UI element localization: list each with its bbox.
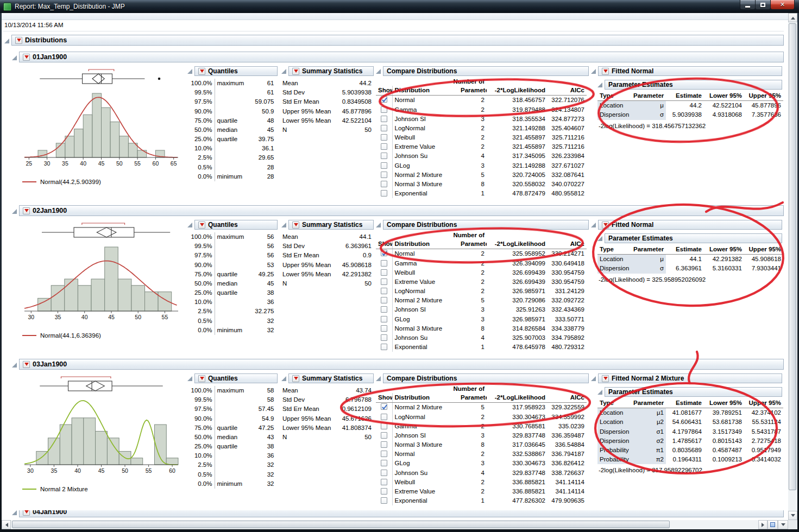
disclosure-triangle-icon[interactable] [597,83,602,87]
summary-header[interactable]: Summary Statistics [281,219,374,230]
show-checkbox[interactable] [381,306,387,313]
red-triangle-menu-icon[interactable] [23,207,30,214]
disclosure-triangle-icon[interactable] [281,223,286,227]
red-triangle-menu-icon[interactable] [292,221,299,229]
show-checkbox[interactable] [381,334,387,341]
show-checkbox[interactable] [381,269,387,276]
compare-header[interactable]: Compare Distributions [376,372,589,383]
show-checkbox[interactable] [381,441,387,448]
show-checkbox[interactable] [381,116,387,122]
show-checkbox[interactable] [381,106,387,113]
parameter-estimates-header[interactable]: Parameter Estimates [597,232,782,243]
show-checkbox[interactable] [381,423,387,429]
fitted-header[interactable]: Fitted Normal 2 Mixture [591,372,782,383]
quantiles-header[interactable]: Quantiles [187,372,278,383]
disclosure-triangle-icon[interactable] [12,363,17,368]
histogram-boxplot-chart[interactable]: 303540455055 [19,219,185,325]
scroll-up-button[interactable] [788,13,797,22]
close-button[interactable]: ✕ [770,0,795,10]
section-header[interactable]: 03Jan1900 [12,359,784,370]
disclosure-triangle-icon[interactable] [597,390,602,395]
section-header[interactable]: 02Jan1900 [12,205,784,216]
show-checkbox[interactable] [381,288,387,294]
parameter-estimates-header[interactable]: Parameter Estimates [597,79,782,90]
show-checkbox[interactable] [381,414,387,420]
scroll-left-button[interactable] [2,520,11,529]
quantiles-header[interactable]: Quantiles [187,219,278,230]
disclosure-triangle-icon[interactable] [281,69,286,74]
titlebar[interactable]: Report: Max_Temp_Distribution - JMP ✕ [0,0,799,13]
show-checkbox[interactable] [381,172,387,178]
show-checkbox[interactable] [381,325,387,332]
disclosure-triangle-icon[interactable] [12,55,17,60]
horizontal-scrollbar-track[interactable] [11,520,758,529]
summary-header[interactable]: Summary Statistics [281,372,374,383]
show-checkbox[interactable] [381,143,387,150]
compare-header[interactable]: Compare Distributions [376,219,589,230]
journal-grid-button[interactable] [767,520,778,529]
disclosure-triangle-icon[interactable] [376,69,381,74]
view-options-button[interactable] [778,520,788,529]
show-checkbox[interactable] [381,460,387,466]
disclosure-triangle-icon[interactable] [187,223,192,227]
show-checkbox[interactable] [381,451,387,457]
show-checkbox[interactable] [381,190,387,197]
red-triangle-menu-icon[interactable] [602,221,609,229]
vertical-scrollbar[interactable] [788,13,797,520]
fitted-header[interactable]: Fitted Normal [591,219,782,230]
red-triangle-menu-icon[interactable] [23,54,30,61]
show-checkbox[interactable] [381,344,387,350]
disclosure-triangle-icon[interactable] [591,376,596,381]
red-triangle-menu-icon[interactable] [602,375,609,382]
show-checkbox[interactable] [381,96,387,103]
show-checkbox[interactable] [381,278,387,285]
section-header[interactable]: 01Jan1900 [12,52,784,62]
scroll-down-button[interactable] [788,511,797,520]
disclosure-triangle-icon[interactable] [12,209,17,214]
red-triangle-menu-icon[interactable] [292,375,299,382]
show-checkbox[interactable] [381,134,387,141]
disclosure-triangle-icon[interactable] [591,223,596,227]
disclosure-triangle-icon[interactable] [187,376,192,381]
red-triangle-menu-icon[interactable] [23,510,30,516]
disclosure-triangle-icon[interactable] [376,223,381,227]
distributions-header[interactable]: Distributions [4,35,784,46]
horizontal-scrollbar-thumb[interactable] [12,521,670,528]
disclosure-triangle-icon[interactable] [376,376,381,381]
show-checkbox[interactable] [381,470,387,476]
red-triangle-menu-icon[interactable] [198,375,205,382]
disclosure-triangle-icon[interactable] [281,376,286,381]
show-checkbox[interactable] [381,479,387,485]
show-checkbox[interactable] [381,125,387,131]
vertical-scrollbar-thumb[interactable] [789,23,796,490]
show-checkbox[interactable] [381,181,387,187]
show-checkbox[interactable] [381,162,387,169]
show-checkbox[interactable] [381,403,387,410]
disclosure-triangle-icon[interactable] [12,510,17,515]
show-checkbox[interactable] [381,497,387,504]
disclosure-triangle-icon[interactable] [187,69,192,74]
red-triangle-menu-icon[interactable] [23,361,30,368]
disclosure-triangle-icon[interactable] [4,39,9,43]
show-checkbox[interactable] [381,488,387,495]
parameter-estimates-header[interactable]: Parameter Estimates [597,386,782,397]
maximize-button[interactable] [755,0,771,10]
show-checkbox[interactable] [381,260,387,267]
histogram-boxplot-chart[interactable]: 253035404550556065 [19,65,185,172]
compare-header[interactable]: Compare Distributions [376,65,589,76]
horizontal-scrollbar[interactable] [2,520,788,529]
histogram-boxplot-chart[interactable]: 30354045505560 [19,372,185,479]
summary-header[interactable]: Summary Statistics [281,65,374,76]
red-triangle-menu-icon[interactable] [292,68,299,75]
show-checkbox[interactable] [381,250,387,256]
quantiles-header[interactable]: Quantiles [187,65,278,76]
minimize-button[interactable] [740,0,756,10]
red-triangle-menu-icon[interactable] [198,221,205,229]
show-checkbox[interactable] [381,153,387,159]
show-checkbox[interactable] [381,316,387,322]
show-checkbox[interactable] [381,297,387,303]
scroll-right-button[interactable] [758,520,767,529]
show-checkbox[interactable] [381,432,387,439]
red-triangle-menu-icon[interactable] [15,37,22,44]
red-triangle-menu-icon[interactable] [602,68,609,75]
